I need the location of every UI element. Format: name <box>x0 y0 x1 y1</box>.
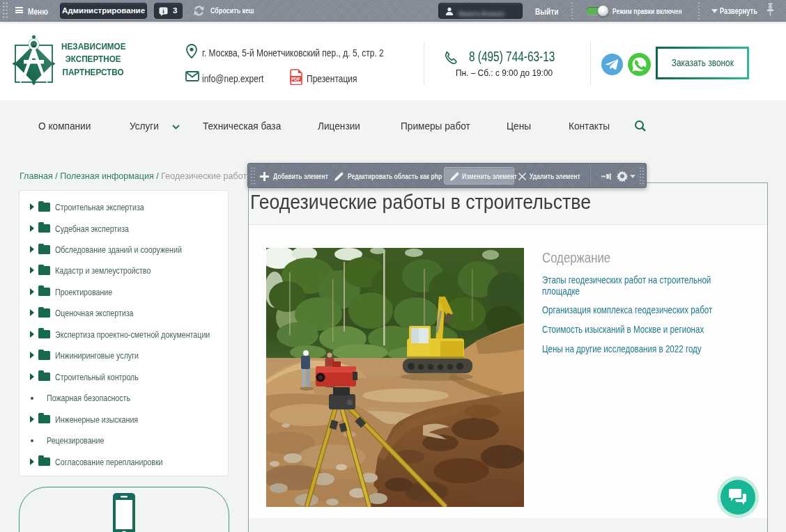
svg-text:PDF: PDF <box>291 77 300 81</box>
